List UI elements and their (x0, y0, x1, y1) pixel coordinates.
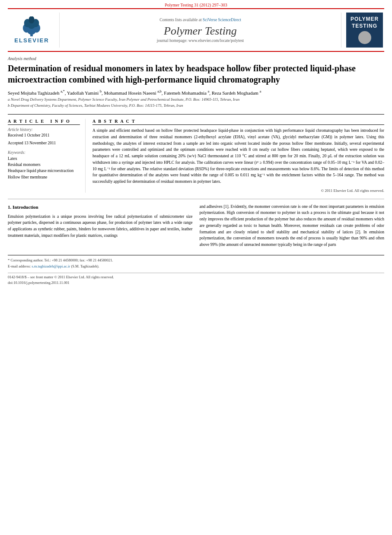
keyword-4: Hollow fiber membrane (8, 174, 80, 180)
journal-citation: Polymer Testing 31 (2012) 297–303 (165, 3, 227, 7)
elsevier-tree-icon (19, 16, 45, 37)
affiliation-a: a Novel Drug Delivery Systems Department… (8, 97, 384, 102)
badge-line2: TESTING (351, 23, 379, 30)
keyword-1: Latex (8, 156, 80, 162)
polymer-testing-badge: POLYMER TESTING (346, 13, 383, 48)
history-label: Article history: (8, 127, 80, 132)
body-divider (8, 199, 384, 199)
page: Polymer Testing 31 (2012) 297–303 ELSEVI… (0, 0, 392, 535)
intro-heading: 1. Introduction (8, 204, 193, 211)
badge-line1: POLYMER (351, 16, 379, 23)
keyword-3: Headspace liquid phase microextraction (8, 168, 80, 174)
intro-right-text: and adhesives [1]. Evidently, the monome… (200, 204, 385, 248)
abstract-title: A B S T R A C T (92, 119, 384, 125)
intro-left-text: Emulsion polymerization is a unique proc… (8, 213, 193, 239)
footnote-email: E-mail address: s.m.taghizadeh@ippi.ac.i… (8, 264, 384, 269)
keywords-label: Keywords: (8, 150, 80, 155)
body-two-col: 1. Introduction Emulsion polymerization … (8, 204, 384, 251)
copyright-line: © 2011 Elsevier Ltd. All rights reserved… (92, 188, 384, 193)
article-info-title: A R T I C L E I N F O (8, 119, 80, 125)
polymer-testing-badge-area: POLYMER TESTING (341, 13, 384, 48)
keyword-2: Residual monomers (8, 162, 80, 168)
journal-homepage: journal homepage: www.elsevier.com/locat… (157, 38, 244, 43)
elsevier-logo: ELSEVIER (14, 16, 49, 44)
journal-citation-bar: Polymer Testing 31 (2012) 297–303 (0, 0, 392, 8)
body-left-col: 1. Introduction Emulsion polymerization … (8, 204, 193, 251)
main-header: ELSEVIER Contents lists available at Sci… (8, 8, 384, 52)
received-date: Received 1 October 2011 (8, 133, 80, 138)
journal-title-area: Contents lists available at SciVerse Sci… (60, 13, 341, 48)
section-tag: Analysis method (8, 56, 384, 61)
sciverse-link[interactable]: SciVerse ScienceDirect (203, 18, 241, 22)
keywords-section: Keywords: Latex Residual monomers Headsp… (8, 150, 80, 180)
badge-person-icon (358, 31, 371, 44)
abstract-text: A simple and efficient method based on h… (92, 127, 384, 185)
body-right-col: and adhesives [1]. Evidently, the monome… (200, 204, 385, 251)
article-info-col: A R T I C L E I N F O Article history: R… (8, 119, 86, 192)
elsevier-wordmark: ELSEVIER (14, 37, 49, 44)
elsevier-logo-area: ELSEVIER (8, 13, 60, 48)
sciverse-line: Contents lists available at SciVerse Sci… (159, 18, 241, 22)
authors-text: Seyed Mojtaba Taghizadeh a,*, Yadollah Y… (8, 90, 261, 96)
footnote-area: * Corresponding author. Tel.: +98 21 445… (8, 255, 384, 269)
authors-line: Seyed Mojtaba Taghizadeh a,*, Yadollah Y… (8, 89, 384, 96)
affiliation-b: b Department of Chemistry, Faculty of Sc… (8, 103, 384, 108)
article-body: Analysis method Determination of residua… (8, 52, 384, 193)
issn-line: 0142-9418/$ – see front matter © 2011 El… (8, 275, 384, 280)
journal-title: Polymer Testing (164, 25, 237, 38)
footnote-corresponding: * Corresponding author. Tel.: +98 21 445… (8, 258, 384, 263)
article-title: Determination of residual monomers in la… (8, 63, 384, 85)
article-two-col: A R T I C L E I N F O Article history: R… (8, 114, 384, 192)
doi-line: doi:10.1016/j.polymertesting.2011.11.001 (8, 280, 384, 286)
accepted-date: Accepted 13 November 2011 (8, 140, 80, 146)
footnote-email-link[interactable]: s.m.taghizadeh@ippi.ac.ir (32, 264, 70, 268)
abstract-col: A B S T R A C T A simple and efficient m… (92, 119, 384, 192)
bottom-bar: 0142-9418/$ – see front matter © 2011 El… (8, 273, 384, 286)
